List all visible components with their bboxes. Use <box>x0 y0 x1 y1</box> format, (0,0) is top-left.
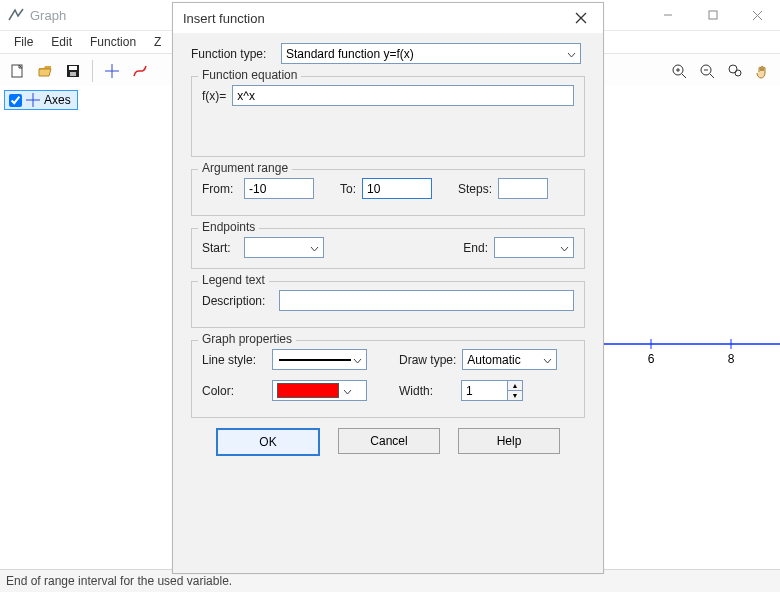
endpoints-group: Endpoints Start: End: <box>191 228 585 269</box>
function-type-value: Standard function y=f(x) <box>286 47 414 61</box>
toolbar-separator <box>92 60 93 82</box>
zoom-in-icon[interactable] <box>668 60 690 82</box>
axis-tick-label: 6 <box>648 352 655 366</box>
to-label: To: <box>340 182 356 196</box>
chevron-down-icon <box>543 353 552 367</box>
fx-input[interactable] <box>232 85 574 106</box>
cancel-button[interactable]: Cancel <box>338 428 440 454</box>
app-window: Graph File Edit Function Z Axes <box>0 0 780 592</box>
spin-up-icon[interactable]: ▲ <box>508 381 522 390</box>
axis-tick-label: 8 <box>728 352 735 366</box>
end-label: End: <box>463 241 488 255</box>
svg-point-18 <box>735 70 741 76</box>
maximize-button[interactable] <box>690 0 735 30</box>
group-title: Function equation <box>198 68 301 82</box>
dialog-titlebar[interactable]: Insert function <box>173 3 603 33</box>
width-label: Width: <box>399 384 433 398</box>
axes-icon <box>26 93 40 107</box>
svg-rect-6 <box>69 66 77 70</box>
graph-properties-group: Graph properties Line style: Draw type: … <box>191 340 585 418</box>
linestyle-label: Line style: <box>202 353 266 367</box>
svg-rect-7 <box>70 72 76 76</box>
svg-rect-1 <box>709 11 717 19</box>
fx-label: f(x)= <box>202 89 226 103</box>
color-swatch <box>277 383 339 398</box>
group-title: Argument range <box>198 161 292 175</box>
function-equation-group: Function equation f(x)= <box>191 76 585 157</box>
description-input[interactable] <box>279 290 574 311</box>
chevron-down-icon <box>567 47 576 61</box>
new-icon[interactable] <box>6 60 28 82</box>
group-title: Graph properties <box>198 332 296 346</box>
steps-input[interactable] <box>498 178 548 199</box>
pan-hand-icon[interactable] <box>752 60 774 82</box>
menu-file[interactable]: File <box>6 33 41 51</box>
svg-line-15 <box>710 74 714 78</box>
group-title: Endpoints <box>198 220 259 234</box>
start-combo[interactable] <box>244 237 324 258</box>
from-label: From: <box>202 182 238 196</box>
width-input[interactable] <box>461 380 507 401</box>
app-logo-icon <box>8 7 24 23</box>
axes-checkbox[interactable] <box>9 94 22 107</box>
to-input[interactable] <box>362 178 432 199</box>
spin-down-icon[interactable]: ▼ <box>508 390 522 400</box>
end-combo[interactable] <box>494 237 574 258</box>
close-window-button[interactable] <box>735 0 780 30</box>
help-button[interactable]: Help <box>458 428 560 454</box>
menu-edit[interactable]: Edit <box>43 33 80 51</box>
left-pane: Axes <box>0 86 181 570</box>
dialog-title: Insert function <box>183 11 265 26</box>
line-preview <box>279 359 351 361</box>
menu-function[interactable]: Function <box>82 33 144 51</box>
crosshair-icon[interactable] <box>101 60 123 82</box>
minimize-button[interactable] <box>645 0 690 30</box>
dialog-close-button[interactable] <box>569 6 593 30</box>
drawtype-combo[interactable]: Automatic <box>462 349 557 370</box>
menu-z[interactable]: Z <box>146 33 169 51</box>
save-icon[interactable] <box>62 60 84 82</box>
insert-function-icon[interactable] <box>129 60 151 82</box>
open-icon[interactable] <box>34 60 56 82</box>
function-type-label: Function type: <box>191 47 275 61</box>
legend-text-group: Legend text Description: <box>191 281 585 328</box>
chevron-down-icon <box>560 241 569 255</box>
chevron-down-icon <box>343 384 352 398</box>
color-combo[interactable] <box>272 380 367 401</box>
start-label: Start: <box>202 241 238 255</box>
zoom-fit-icon[interactable] <box>724 60 746 82</box>
zoom-out-icon[interactable] <box>696 60 718 82</box>
from-input[interactable] <box>244 178 314 199</box>
insert-function-dialog: Insert function Function type: Standard … <box>172 2 604 574</box>
svg-line-11 <box>682 74 686 78</box>
width-spinner[interactable]: ▲▼ <box>461 380 523 401</box>
drawtype-label: Draw type: <box>399 353 456 367</box>
dialog-button-bar: OK Cancel Help <box>191 428 585 456</box>
function-type-combo[interactable]: Standard function y=f(x) <box>281 43 581 64</box>
ok-button[interactable]: OK <box>216 428 320 456</box>
color-label: Color: <box>202 384 266 398</box>
group-title: Legend text <box>198 273 269 287</box>
steps-label: Steps: <box>458 182 492 196</box>
axes-label: Axes <box>44 93 71 107</box>
chevron-down-icon <box>353 353 362 367</box>
description-label: Description: <box>202 294 273 308</box>
argument-range-group: Argument range From: To: Steps: <box>191 169 585 216</box>
axes-tree-item[interactable]: Axes <box>4 90 78 110</box>
chevron-down-icon <box>310 241 319 255</box>
app-title: Graph <box>30 8 66 23</box>
linestyle-combo[interactable] <box>272 349 367 370</box>
status-text: End of range interval for the used varia… <box>6 574 232 588</box>
